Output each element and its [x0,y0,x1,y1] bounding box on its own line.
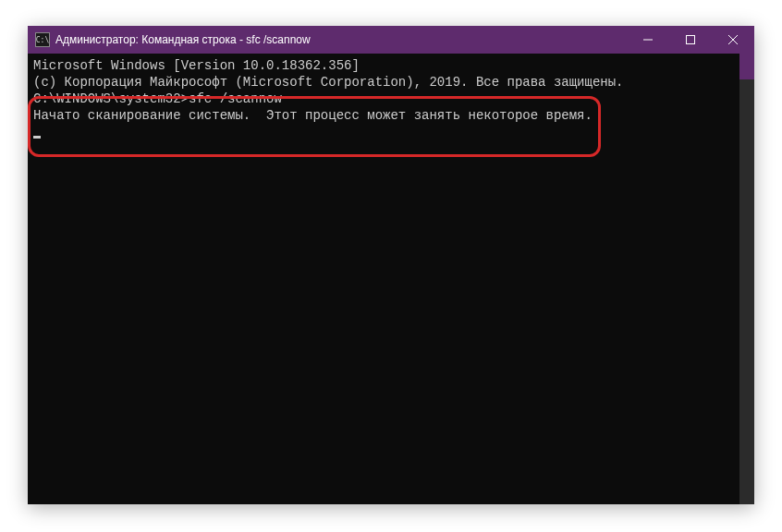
window-title: Администратор: Командная строка - sfc /s… [55,33,627,46]
cmd-window: C:\ Администратор: Командная строка - sf… [28,26,754,504]
scrollbar-thumb[interactable] [739,54,754,79]
prompt-path: C:\WINDOWS\system32> [33,91,189,106]
cursor [33,136,41,139]
scan-message: Начато сканирование системы. Этот процес… [33,107,749,124]
prompt-line: C:\WINDOWS\system32>sfc /scannow [33,91,749,107]
vertical-scrollbar[interactable] [739,54,754,504]
cmd-icon: C:\ [35,32,50,47]
titlebar[interactable]: C:\ Администратор: Командная строка - sf… [28,26,754,54]
command-text: sfc /scannow [189,91,282,106]
version-line: Microsoft Windows [Version 10.0.18362.35… [33,57,749,74]
maximize-icon [686,35,695,44]
close-button[interactable] [712,26,754,54]
terminal-output[interactable]: Microsoft Windows [Version 10.0.18362.35… [28,54,754,504]
svg-rect-1 [687,36,695,44]
close-icon [728,35,738,44]
copyright-line: (с) Корпорация Майкрософт (Microsoft Cor… [33,74,749,91]
minimize-icon [643,35,653,44]
maximize-button[interactable] [669,26,712,54]
window-controls [627,26,754,54]
minimize-button[interactable] [627,26,669,54]
